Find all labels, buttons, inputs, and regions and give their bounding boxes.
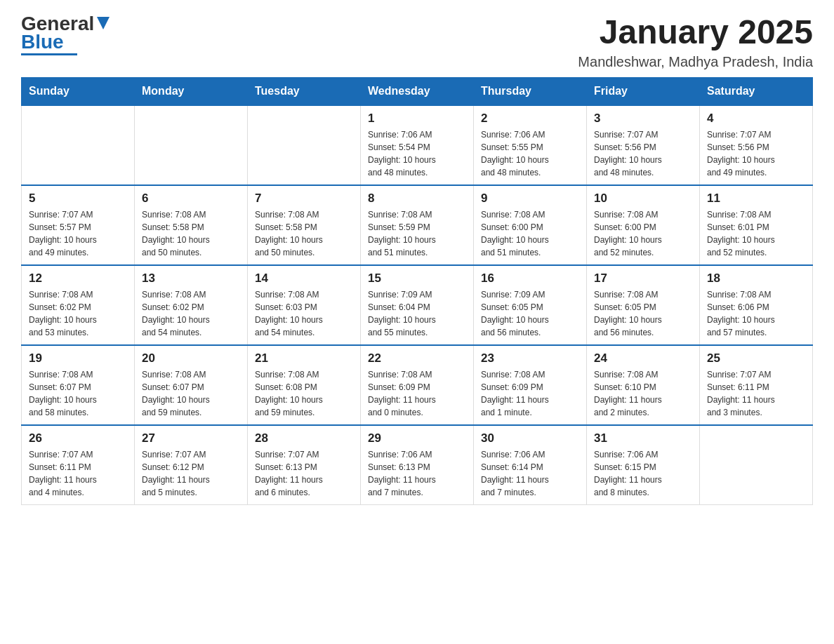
day-number: 14 <box>255 271 353 286</box>
svg-marker-0 <box>97 17 110 29</box>
day-number: 28 <box>255 431 353 445</box>
day-number: 8 <box>368 192 466 206</box>
day-number: 25 <box>707 351 805 365</box>
calendar-cell: 4Sunrise: 7:07 AM Sunset: 5:56 PM Daylig… <box>700 105 813 185</box>
day-number: 21 <box>255 351 353 365</box>
weekday-header-friday: Friday <box>587 77 700 105</box>
day-number: 6 <box>142 192 240 206</box>
day-number: 7 <box>255 192 353 206</box>
calendar-cell: 9Sunrise: 7:08 AM Sunset: 6:00 PM Daylig… <box>474 185 587 265</box>
calendar-week-1: 1Sunrise: 7:06 AM Sunset: 5:54 PM Daylig… <box>22 105 813 185</box>
day-info: Sunrise: 7:08 AM Sunset: 5:58 PM Dayligh… <box>255 208 353 259</box>
day-info: Sunrise: 7:08 AM Sunset: 6:07 PM Dayligh… <box>29 368 127 419</box>
day-info: Sunrise: 7:08 AM Sunset: 6:03 PM Dayligh… <box>255 288 353 339</box>
day-number: 12 <box>29 271 127 286</box>
calendar-cell: 25Sunrise: 7:07 AM Sunset: 6:11 PM Dayli… <box>700 345 813 425</box>
calendar-header: SundayMondayTuesdayWednesdayThursdayFrid… <box>22 77 813 105</box>
day-info: Sunrise: 7:07 AM Sunset: 5:56 PM Dayligh… <box>594 128 692 179</box>
day-number: 22 <box>368 351 466 365</box>
calendar-cell: 6Sunrise: 7:08 AM Sunset: 5:58 PM Daylig… <box>135 185 248 265</box>
day-number: 20 <box>142 351 240 365</box>
day-info: Sunrise: 7:08 AM Sunset: 6:02 PM Dayligh… <box>29 288 127 339</box>
day-number: 16 <box>481 271 579 286</box>
logo: General Blue <box>21 14 110 55</box>
calendar-cell: 5Sunrise: 7:07 AM Sunset: 5:57 PM Daylig… <box>22 185 135 265</box>
day-number: 19 <box>29 351 127 365</box>
calendar-cell <box>22 105 135 185</box>
weekday-header-thursday: Thursday <box>474 77 587 105</box>
calendar-cell: 2Sunrise: 7:06 AM Sunset: 5:55 PM Daylig… <box>474 105 587 185</box>
calendar-cell: 26Sunrise: 7:07 AM Sunset: 6:11 PM Dayli… <box>22 425 135 505</box>
day-number: 23 <box>481 351 579 365</box>
day-info: Sunrise: 7:08 AM Sunset: 6:08 PM Dayligh… <box>255 368 353 419</box>
calendar-body: 1Sunrise: 7:06 AM Sunset: 5:54 PM Daylig… <box>22 105 813 505</box>
calendar-cell: 31Sunrise: 7:06 AM Sunset: 6:15 PM Dayli… <box>587 425 700 505</box>
day-info: Sunrise: 7:09 AM Sunset: 6:04 PM Dayligh… <box>368 288 466 339</box>
month-title: January 2025 <box>578 14 813 51</box>
calendar-cell: 15Sunrise: 7:09 AM Sunset: 6:04 PM Dayli… <box>361 265 474 345</box>
day-info: Sunrise: 7:08 AM Sunset: 5:59 PM Dayligh… <box>368 208 466 259</box>
calendar-cell: 23Sunrise: 7:08 AM Sunset: 6:09 PM Dayli… <box>474 345 587 425</box>
calendar-cell: 29Sunrise: 7:06 AM Sunset: 6:13 PM Dayli… <box>361 425 474 505</box>
day-info: Sunrise: 7:06 AM Sunset: 6:15 PM Dayligh… <box>594 448 692 499</box>
day-number: 30 <box>481 431 579 445</box>
day-info: Sunrise: 7:08 AM Sunset: 6:06 PM Dayligh… <box>707 288 805 339</box>
day-number: 5 <box>29 192 127 206</box>
day-number: 18 <box>707 271 805 286</box>
calendar-cell: 13Sunrise: 7:08 AM Sunset: 6:02 PM Dayli… <box>135 265 248 345</box>
day-info: Sunrise: 7:08 AM Sunset: 6:01 PM Dayligh… <box>707 208 805 259</box>
day-number: 26 <box>29 431 127 445</box>
calendar-table: SundayMondayTuesdayWednesdayThursdayFrid… <box>21 77 813 505</box>
calendar-cell: 28Sunrise: 7:07 AM Sunset: 6:13 PM Dayli… <box>248 425 361 505</box>
day-number: 15 <box>368 271 466 286</box>
weekday-header-monday: Monday <box>135 77 248 105</box>
calendar-cell: 7Sunrise: 7:08 AM Sunset: 5:58 PM Daylig… <box>248 185 361 265</box>
day-number: 27 <box>142 431 240 445</box>
day-number: 4 <box>707 112 805 126</box>
calendar-cell: 10Sunrise: 7:08 AM Sunset: 6:00 PM Dayli… <box>587 185 700 265</box>
title-section: January 2025 Mandleshwar, Madhya Pradesh… <box>578 14 813 70</box>
day-info: Sunrise: 7:07 AM Sunset: 6:11 PM Dayligh… <box>29 448 127 499</box>
calendar-cell: 18Sunrise: 7:08 AM Sunset: 6:06 PM Dayli… <box>700 265 813 345</box>
day-number: 3 <box>594 112 692 126</box>
location-subtitle: Mandleshwar, Madhya Pradesh, India <box>578 54 813 70</box>
logo-underline <box>21 53 77 55</box>
day-info: Sunrise: 7:08 AM Sunset: 6:00 PM Dayligh… <box>594 208 692 259</box>
calendar-cell: 30Sunrise: 7:06 AM Sunset: 6:14 PM Dayli… <box>474 425 587 505</box>
weekday-header-sunday: Sunday <box>22 77 135 105</box>
day-info: Sunrise: 7:08 AM Sunset: 6:09 PM Dayligh… <box>481 368 579 419</box>
weekday-header-tuesday: Tuesday <box>248 77 361 105</box>
logo-triangle-icon <box>97 17 110 31</box>
calendar-week-2: 5Sunrise: 7:07 AM Sunset: 5:57 PM Daylig… <box>22 185 813 265</box>
calendar-week-4: 19Sunrise: 7:08 AM Sunset: 6:07 PM Dayli… <box>22 345 813 425</box>
logo-text-blue: Blue <box>21 32 64 52</box>
day-number: 17 <box>594 271 692 286</box>
day-number: 29 <box>368 431 466 445</box>
calendar-cell: 19Sunrise: 7:08 AM Sunset: 6:07 PM Dayli… <box>22 345 135 425</box>
page-header: General Blue January 2025 Mandleshwar, M… <box>21 14 813 70</box>
day-info: Sunrise: 7:08 AM Sunset: 5:58 PM Dayligh… <box>142 208 240 259</box>
weekday-header-wednesday: Wednesday <box>361 77 474 105</box>
day-number: 9 <box>481 192 579 206</box>
day-info: Sunrise: 7:08 AM Sunset: 6:02 PM Dayligh… <box>142 288 240 339</box>
day-number: 1 <box>368 112 466 126</box>
day-info: Sunrise: 7:06 AM Sunset: 5:55 PM Dayligh… <box>481 128 579 179</box>
weekday-header-saturday: Saturday <box>700 77 813 105</box>
day-info: Sunrise: 7:08 AM Sunset: 6:10 PM Dayligh… <box>594 368 692 419</box>
calendar-cell: 8Sunrise: 7:08 AM Sunset: 5:59 PM Daylig… <box>361 185 474 265</box>
day-info: Sunrise: 7:06 AM Sunset: 6:13 PM Dayligh… <box>368 448 466 499</box>
calendar-week-3: 12Sunrise: 7:08 AM Sunset: 6:02 PM Dayli… <box>22 265 813 345</box>
day-info: Sunrise: 7:08 AM Sunset: 6:07 PM Dayligh… <box>142 368 240 419</box>
day-number: 13 <box>142 271 240 286</box>
calendar-cell <box>135 105 248 185</box>
day-info: Sunrise: 7:08 AM Sunset: 6:00 PM Dayligh… <box>481 208 579 259</box>
calendar-cell: 24Sunrise: 7:08 AM Sunset: 6:10 PM Dayli… <box>587 345 700 425</box>
weekday-header-row: SundayMondayTuesdayWednesdayThursdayFrid… <box>22 77 813 105</box>
day-info: Sunrise: 7:06 AM Sunset: 6:14 PM Dayligh… <box>481 448 579 499</box>
day-info: Sunrise: 7:07 AM Sunset: 6:13 PM Dayligh… <box>255 448 353 499</box>
day-info: Sunrise: 7:07 AM Sunset: 5:57 PM Dayligh… <box>29 208 127 259</box>
day-number: 24 <box>594 351 692 365</box>
day-info: Sunrise: 7:08 AM Sunset: 6:05 PM Dayligh… <box>594 288 692 339</box>
day-info: Sunrise: 7:08 AM Sunset: 6:09 PM Dayligh… <box>368 368 466 419</box>
calendar-week-5: 26Sunrise: 7:07 AM Sunset: 6:11 PM Dayli… <box>22 425 813 505</box>
